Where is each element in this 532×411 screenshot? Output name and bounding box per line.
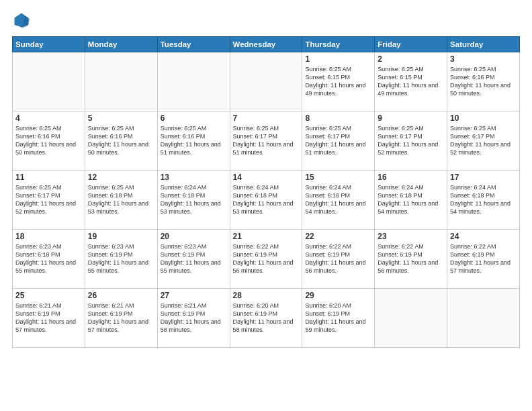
calendar-cell: 4Sunrise: 6:25 AM Sunset: 6:16 PM Daylig… xyxy=(13,111,85,171)
day-number: 19 xyxy=(88,232,154,241)
day-info: Sunrise: 6:25 AM Sunset: 6:17 PM Dayligh… xyxy=(378,124,444,157)
calendar-cell: 16Sunrise: 6:24 AM Sunset: 6:18 PM Dayli… xyxy=(375,171,447,230)
calendar-cell: 9Sunrise: 6:25 AM Sunset: 6:17 PM Daylig… xyxy=(375,111,447,171)
calendar-cell: 17Sunrise: 6:24 AM Sunset: 6:18 PM Dayli… xyxy=(447,171,520,230)
day-info: Sunrise: 6:24 AM Sunset: 6:18 PM Dayligh… xyxy=(233,183,300,216)
day-info: Sunrise: 6:25 AM Sunset: 6:17 PM Dayligh… xyxy=(305,124,371,157)
calendar-cell: 26Sunrise: 6:21 AM Sunset: 6:19 PM Dayli… xyxy=(85,289,157,348)
calendar-cell: 20Sunrise: 6:23 AM Sunset: 6:19 PM Dayli… xyxy=(157,230,230,289)
day-info: Sunrise: 6:22 AM Sunset: 6:19 PM Dayligh… xyxy=(305,242,371,275)
day-info: Sunrise: 6:21 AM Sunset: 6:19 PM Dayligh… xyxy=(88,302,154,334)
day-number: 5 xyxy=(88,113,154,123)
day-info: Sunrise: 6:25 AM Sunset: 6:17 PM Dayligh… xyxy=(233,124,300,157)
day-info: Sunrise: 6:20 AM Sunset: 6:19 PM Dayligh… xyxy=(233,302,300,334)
day-number: 15 xyxy=(305,173,371,182)
calendar-table: SundayMondayTuesdayWednesdayThursdayFrid… xyxy=(12,36,520,348)
day-number: 1 xyxy=(305,54,371,64)
day-info: Sunrise: 6:23 AM Sunset: 6:18 PM Dayligh… xyxy=(15,242,82,275)
day-info: Sunrise: 6:24 AM Sunset: 6:18 PM Dayligh… xyxy=(450,183,517,216)
day-info: Sunrise: 6:24 AM Sunset: 6:18 PM Dayligh… xyxy=(161,183,227,216)
calendar-cell xyxy=(375,289,447,348)
calendar-cell: 22Sunrise: 6:22 AM Sunset: 6:19 PM Dayli… xyxy=(302,230,375,289)
day-header-tuesday: Tuesday xyxy=(157,37,230,52)
day-info: Sunrise: 6:25 AM Sunset: 6:16 PM Dayligh… xyxy=(88,124,154,157)
day-info: Sunrise: 6:24 AM Sunset: 6:18 PM Dayligh… xyxy=(305,183,371,216)
day-number: 18 xyxy=(15,232,82,241)
day-number: 13 xyxy=(161,173,227,182)
day-header-monday: Monday xyxy=(85,37,157,52)
day-number: 8 xyxy=(305,113,371,123)
calendar-cell: 3Sunrise: 6:25 AM Sunset: 6:16 PM Daylig… xyxy=(447,52,520,111)
calendar-cell xyxy=(85,52,157,111)
calendar-cell: 21Sunrise: 6:22 AM Sunset: 6:19 PM Dayli… xyxy=(230,230,302,289)
calendar-cell: 6Sunrise: 6:25 AM Sunset: 6:16 PM Daylig… xyxy=(157,111,230,171)
day-number: 3 xyxy=(450,54,517,64)
day-header-thursday: Thursday xyxy=(302,37,375,52)
day-number: 27 xyxy=(161,291,227,300)
day-number: 7 xyxy=(233,113,300,123)
calendar-cell: 23Sunrise: 6:22 AM Sunset: 6:19 PM Dayli… xyxy=(375,230,447,289)
calendar-cell xyxy=(230,52,302,111)
calendar-cell: 19Sunrise: 6:23 AM Sunset: 6:19 PM Dayli… xyxy=(85,230,157,289)
day-number: 17 xyxy=(450,173,517,182)
day-number: 26 xyxy=(88,291,154,300)
day-info: Sunrise: 6:25 AM Sunset: 6:18 PM Dayligh… xyxy=(88,183,154,216)
calendar-cell: 13Sunrise: 6:24 AM Sunset: 6:18 PM Dayli… xyxy=(157,171,230,230)
header xyxy=(12,11,520,30)
calendar-cell: 11Sunrise: 6:25 AM Sunset: 6:17 PM Dayli… xyxy=(13,171,85,230)
day-info: Sunrise: 6:22 AM Sunset: 6:19 PM Dayligh… xyxy=(233,242,300,275)
day-info: Sunrise: 6:25 AM Sunset: 6:15 PM Dayligh… xyxy=(305,65,371,98)
day-info: Sunrise: 6:21 AM Sunset: 6:19 PM Dayligh… xyxy=(15,302,82,334)
calendar-cell: 5Sunrise: 6:25 AM Sunset: 6:16 PM Daylig… xyxy=(85,111,157,171)
day-number: 24 xyxy=(450,232,517,241)
day-number: 25 xyxy=(15,291,82,300)
day-number: 21 xyxy=(233,232,300,241)
day-number: 14 xyxy=(233,173,300,182)
day-info: Sunrise: 6:25 AM Sunset: 6:15 PM Dayligh… xyxy=(378,65,444,98)
calendar-cell: 27Sunrise: 6:21 AM Sunset: 6:19 PM Dayli… xyxy=(157,289,230,348)
day-number: 29 xyxy=(305,291,371,300)
calendar-cell: 14Sunrise: 6:24 AM Sunset: 6:18 PM Dayli… xyxy=(230,171,302,230)
calendar-cell xyxy=(13,52,85,111)
day-number: 6 xyxy=(161,113,227,123)
day-number: 22 xyxy=(305,232,371,241)
logo-icon xyxy=(12,11,31,30)
day-number: 9 xyxy=(378,113,444,123)
day-info: Sunrise: 6:25 AM Sunset: 6:17 PM Dayligh… xyxy=(450,124,517,157)
day-number: 16 xyxy=(378,173,444,182)
day-info: Sunrise: 6:25 AM Sunset: 6:17 PM Dayligh… xyxy=(15,183,82,216)
calendar-cell: 24Sunrise: 6:22 AM Sunset: 6:19 PM Dayli… xyxy=(447,230,520,289)
day-number: 23 xyxy=(378,232,444,241)
day-number: 12 xyxy=(88,173,154,182)
calendar-cell: 2Sunrise: 6:25 AM Sunset: 6:15 PM Daylig… xyxy=(375,52,447,111)
logo xyxy=(12,11,34,30)
day-header-sunday: Sunday xyxy=(13,37,85,52)
day-info: Sunrise: 6:25 AM Sunset: 6:16 PM Dayligh… xyxy=(161,124,227,157)
calendar-cell: 10Sunrise: 6:25 AM Sunset: 6:17 PM Dayli… xyxy=(447,111,520,171)
day-header-saturday: Saturday xyxy=(447,37,520,52)
day-info: Sunrise: 6:23 AM Sunset: 6:19 PM Dayligh… xyxy=(88,242,154,275)
calendar-cell: 28Sunrise: 6:20 AM Sunset: 6:19 PM Dayli… xyxy=(230,289,302,348)
day-info: Sunrise: 6:24 AM Sunset: 6:18 PM Dayligh… xyxy=(378,183,444,216)
day-info: Sunrise: 6:22 AM Sunset: 6:19 PM Dayligh… xyxy=(450,242,517,275)
day-number: 10 xyxy=(450,113,517,123)
day-number: 20 xyxy=(161,232,227,241)
day-number: 4 xyxy=(15,113,82,123)
calendar-cell: 8Sunrise: 6:25 AM Sunset: 6:17 PM Daylig… xyxy=(302,111,375,171)
day-info: Sunrise: 6:23 AM Sunset: 6:19 PM Dayligh… xyxy=(161,242,227,275)
calendar-cell: 15Sunrise: 6:24 AM Sunset: 6:18 PM Dayli… xyxy=(302,171,375,230)
day-info: Sunrise: 6:21 AM Sunset: 6:19 PM Dayligh… xyxy=(161,302,227,334)
day-number: 11 xyxy=(15,173,82,182)
day-headers: SundayMondayTuesdayWednesdayThursdayFrid… xyxy=(13,37,520,52)
day-info: Sunrise: 6:25 AM Sunset: 6:16 PM Dayligh… xyxy=(450,65,517,98)
calendar-cell xyxy=(157,52,230,111)
day-header-wednesday: Wednesday xyxy=(230,37,302,52)
calendar-cell: 25Sunrise: 6:21 AM Sunset: 6:19 PM Dayli… xyxy=(13,289,85,348)
calendar-cell: 18Sunrise: 6:23 AM Sunset: 6:18 PM Dayli… xyxy=(13,230,85,289)
day-header-friday: Friday xyxy=(375,37,447,52)
calendar-cell: 12Sunrise: 6:25 AM Sunset: 6:18 PM Dayli… xyxy=(85,171,157,230)
day-number: 28 xyxy=(233,291,300,300)
calendar-cell: 29Sunrise: 6:20 AM Sunset: 6:19 PM Dayli… xyxy=(302,289,375,348)
day-info: Sunrise: 6:20 AM Sunset: 6:19 PM Dayligh… xyxy=(305,302,371,334)
calendar-cell: 1Sunrise: 6:25 AM Sunset: 6:15 PM Daylig… xyxy=(302,52,375,111)
